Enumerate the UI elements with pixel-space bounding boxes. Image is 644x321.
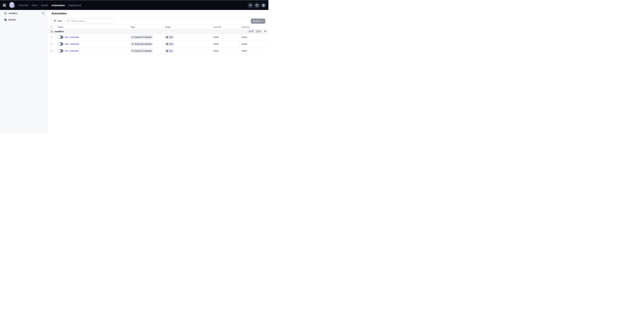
- last-run-cell: None: [240, 48, 268, 54]
- group-name: sandbox: [54, 30, 64, 33]
- schedule-link[interactable]: bar_schedule: [65, 36, 79, 38]
- table-row: bar_schedule Every 20 minutes: [48, 34, 268, 41]
- nav-icon-group: ?: [248, 3, 266, 8]
- name-cell: baz_schedule: [56, 41, 128, 47]
- header-checkbox-cell: [48, 25, 56, 29]
- toggle-knob: [58, 36, 61, 39]
- last-run-value: None: [242, 50, 247, 52]
- schedule-toggle[interactable]: [58, 49, 63, 53]
- caret-down-icon[interactable]: [264, 31, 266, 32]
- top-navbar: Overview Runs Assets Automation Deployme…: [0, 1, 268, 10]
- filter-button-label: Filter: [57, 20, 62, 22]
- folder-icon: [51, 30, 53, 33]
- group-header: sandbox: [51, 30, 64, 33]
- hamburger-menu-icon[interactable]: [3, 3, 7, 7]
- schedule-type-label: Every 10 minutes: [135, 50, 152, 52]
- schedule-type-label: Every 30 minutes: [135, 43, 152, 45]
- row-checkbox[interactable]: [50, 50, 53, 52]
- sidebar-item-sandbox[interactable]: sandbox 1: [0, 10, 47, 16]
- sidebar-item-default[interactable]: default: [0, 17, 47, 23]
- code-location-icon: [4, 18, 7, 21]
- clock-icon: [132, 50, 134, 52]
- schedule-link[interactable]: baz_schedule: [65, 43, 79, 45]
- select-all-checkbox[interactable]: [50, 26, 53, 28]
- schedule-count: 3: [259, 30, 260, 33]
- actions-button-label: Actions: [253, 20, 260, 22]
- last-tick-cell: None: [212, 41, 240, 47]
- last-tick-value: None: [214, 36, 219, 38]
- toggle-knob: [58, 49, 61, 52]
- column-header-last-tick: Last tick: [212, 25, 240, 29]
- table-row: baz_schedule Every 30 minutes: [48, 41, 268, 48]
- table-icon: [166, 36, 168, 38]
- filter-button[interactable]: Filter: [52, 19, 64, 24]
- page-header: Automation: [48, 10, 268, 17]
- nav-item-deployment[interactable]: Deployment: [68, 3, 82, 7]
- target-chip[interactable]: bar: [165, 35, 174, 39]
- toggle-knob: [58, 43, 61, 45]
- column-header-type: Type: [128, 25, 163, 29]
- column-header-name: Name: [56, 25, 128, 29]
- target-cell: foo: [163, 48, 212, 54]
- name-filter: [66, 19, 114, 24]
- octopus-logo-icon: [8, 2, 16, 9]
- target-link[interactable]: baz: [169, 43, 173, 45]
- type-cell: Every 30 minutes: [128, 41, 163, 47]
- dagster-logo[interactable]: [8, 2, 16, 9]
- sidebar: sandbox 1 default: [0, 10, 48, 134]
- nav-item-automation[interactable]: Automation: [51, 3, 65, 7]
- gear-icon: [262, 4, 265, 7]
- name-cell: bar_schedule: [56, 34, 128, 41]
- sandbox-count-badge: 1: [42, 12, 45, 15]
- target-cell: baz: [163, 41, 212, 47]
- row-checkbox[interactable]: [50, 43, 53, 45]
- target-chip[interactable]: foo: [165, 49, 174, 53]
- clock-icon: [132, 36, 134, 38]
- actions-button[interactable]: Actions: [251, 19, 265, 24]
- filter-by-name-input[interactable]: [66, 19, 114, 24]
- group-counts: 0 3: [248, 30, 266, 33]
- schedule-link[interactable]: foo_schedule: [65, 50, 78, 52]
- schedule-type-chip: Every 10 minutes: [130, 49, 153, 53]
- schedule-toggle[interactable]: [58, 42, 63, 46]
- schedule-toggle[interactable]: [58, 36, 63, 39]
- clock-icon: [132, 43, 134, 45]
- automation-table: Name Type Target Last tick Last run sand…: [48, 25, 268, 54]
- target-chip[interactable]: baz: [165, 42, 174, 46]
- last-tick-value: None: [214, 43, 219, 45]
- target-link[interactable]: bar: [169, 36, 173, 38]
- last-tick-cell: None: [212, 34, 240, 41]
- schedule-count-pill: 3: [255, 30, 262, 33]
- table-row: foo_schedule Every 10 minutes: [48, 48, 268, 54]
- toolbar: Filter Actions: [48, 17, 268, 25]
- svg-text:?: ?: [256, 4, 258, 6]
- chevron-down-icon: [262, 20, 263, 22]
- target-cell: bar: [163, 34, 212, 41]
- settings-button[interactable]: [260, 3, 266, 8]
- row-checkbox[interactable]: [50, 36, 53, 38]
- filter-funnel-icon: [54, 20, 56, 22]
- table-header-row: Name Type Target Last tick Last run: [48, 25, 268, 29]
- sensor-count: 0: [252, 30, 253, 33]
- main-content: Automation Filter Actions: [48, 10, 268, 134]
- nav-item-runs[interactable]: Runs: [32, 3, 38, 7]
- nav-item-overview[interactable]: Overview: [18, 3, 29, 7]
- column-header-target: Target: [163, 25, 212, 29]
- sidebar-item-label: default: [8, 18, 16, 21]
- sensor-count-pill: 0: [248, 30, 254, 33]
- sensor-icon: [249, 30, 251, 33]
- folder-icon: [4, 12, 7, 15]
- last-run-value: None: [242, 43, 247, 45]
- search-button[interactable]: [248, 3, 253, 8]
- target-link[interactable]: foo: [169, 50, 172, 52]
- last-run-cell: None: [240, 41, 268, 47]
- repo-group-row[interactable]: sandbox 0: [48, 29, 268, 34]
- help-button[interactable]: ?: [254, 3, 260, 8]
- search-icon: [67, 20, 70, 22]
- last-run-value: None: [242, 36, 247, 38]
- nav-item-assets[interactable]: Assets: [40, 3, 48, 7]
- row-checkbox-cell: [48, 34, 56, 41]
- row-checkbox-cell: [48, 41, 56, 47]
- type-cell: Every 20 minutes: [128, 34, 163, 41]
- table-icon: [166, 50, 168, 52]
